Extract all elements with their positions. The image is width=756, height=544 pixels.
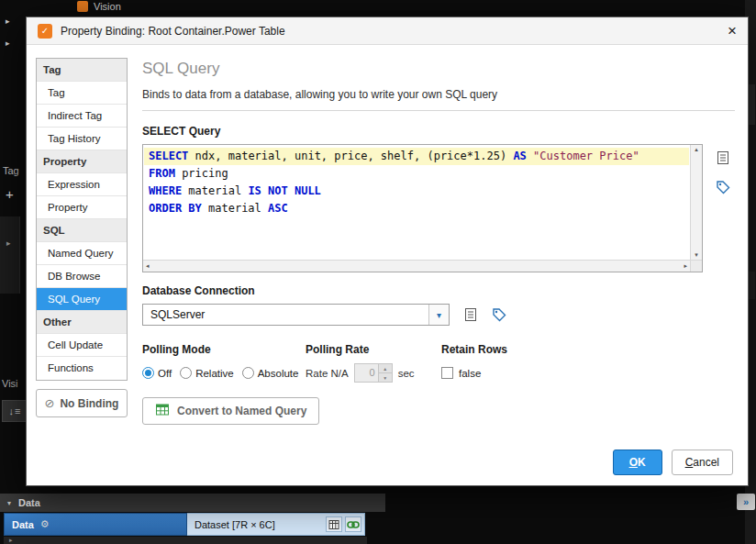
database-connection-row: SQLServer ▾ [142,304,735,326]
binding-item-tag-history[interactable]: Tag History [37,128,127,150]
polling-rate-controls: Rate N/A 0 ▲ ▼ sec [306,363,441,383]
background-vision-tab: Vision [77,0,121,12]
page-title: SQL Query [142,60,735,78]
sql-query-editor[interactable]: SELECT ndx, material, unit, price, shelf… [142,144,703,272]
no-binding-icon: ⊘ [45,396,55,410]
data-row-icons [326,516,364,532]
table-convert-icon [155,403,170,419]
tag-icon[interactable] [716,180,730,194]
polling-mode-relative-radio[interactable]: Relative [180,367,234,379]
sql-line-3: WHERE material IS NOT NULL [144,183,689,200]
database-connection-label: Database Connection [142,284,735,297]
cancel-button[interactable]: Cancel [672,450,733,475]
dialog-footer: OK Cancel [613,450,733,475]
vision-icon [77,1,88,12]
scroll-right-icon[interactable]: ▸ [684,262,687,270]
radio-label: Off [158,368,172,379]
binding-item-tag[interactable]: Tag [37,82,127,105]
sql-line-2: FROM pricing [144,165,689,183]
binding-item-sql-query-selected[interactable]: SQL Query [37,288,127,311]
data-section-title: Data [18,497,40,508]
dataset-table-icon [326,516,342,532]
spinner-up-icon[interactable]: ▲ [379,364,392,372]
convert-button-label: Convert to Named Query [177,405,306,417]
checkbox-icon[interactable] [441,367,453,379]
binding-section-property: Property [37,150,127,173]
polling-mode-label: Polling Mode [142,343,306,356]
expand-triangle-icon: ▸ [6,239,11,248]
data-section-header: ▾ Data [0,494,385,512]
tag-icon[interactable] [492,307,506,322]
radio-selected-icon [142,367,154,379]
ignition-logo-icon: ✓ [38,24,52,39]
sql-line-4: ORDER BY material ASC [144,200,689,217]
no-binding-button[interactable]: ⊘ No Binding [36,389,128,417]
sort-icon: ↓ ≡ [2,400,28,422]
polling-mode-radio-group: Off Relative Absolute [142,367,306,379]
arrow-down-icon: ↓ [9,405,15,416]
select-query-label: SELECT Query [142,125,735,138]
binding-type-list: Tag Tag Indirect Tag Tag History Propert… [36,58,128,381]
checkbox-label: false [459,368,481,379]
binding-item-named-query[interactable]: Named Query [37,242,127,265]
binding-link-icon [345,516,361,532]
convert-to-named-query-button[interactable]: Convert to Named Query [142,397,319,425]
spinner-buttons: ▲ ▼ [378,364,392,382]
dataset-value: Dataset [7R × 6C] [195,519,275,530]
polling-labels-row: Polling Mode Polling Rate Retain Rows [142,343,735,356]
polling-rate-label: Polling Rate [306,343,441,356]
background-panel-strip: ▸ [0,216,20,294]
radio-label: Relative [195,368,234,379]
chevrons-icon: » [737,494,755,510]
vertical-scrollbar[interactable]: ▴ ▾ [690,145,702,260]
scroll-down-icon[interactable]: ▾ [695,251,698,259]
polling-controls-row: Off Relative Absolute Rate N/A [142,363,735,383]
expand-triangle-icon: ▸ [6,39,10,48]
radio-icon [242,367,254,379]
sql-line-1: SELECT ndx, material, unit, price, shelf… [144,148,689,165]
rate-na-label: Rate N/A [306,368,349,379]
scroll-left-icon[interactable]: ◂ [146,262,150,270]
data-property-row: Data ⚙ Dataset [7R × 6C] [4,513,365,536]
binding-item-db-browse[interactable]: DB Browse [37,265,127,288]
rate-spinner[interactable]: 0 ▲ ▼ [354,363,393,383]
close-icon[interactable]: × [728,23,737,39]
background-vision-tab-partial: Visi [2,378,18,389]
data-property-name-cell: Data ⚙ [4,513,187,536]
spinner-down-icon[interactable]: ▼ [379,372,392,382]
retain-rows-controls: false [441,367,735,379]
data-property-label: Data [12,519,34,530]
data-next-row-partial: ▸ [4,537,367,544]
list-lines-icon: ≡ [15,405,20,416]
ok-button[interactable]: OK [613,450,662,475]
polling-mode-absolute-radio[interactable]: Absolute [242,367,299,379]
retain-rows-label: Retain Rows [441,343,735,356]
query-doc-icon[interactable] [716,150,730,165]
dialog-body: Tag Tag Indirect Tag Tag History Propert… [27,45,748,486]
dialog-titlebar[interactable]: ✓ Property Binding: Root Container.Power… [27,17,748,45]
binding-type-sidebar: Tag Tag Indirect Tag Tag History Propert… [36,58,128,475]
horizontal-scrollbar[interactable]: ◂ ▸ [143,260,690,272]
divider [142,110,735,111]
binding-section-tag: Tag [37,59,127,82]
dialog-title: Property Binding: Root Container.Power T… [61,25,285,38]
binding-item-functions[interactable]: Functions [37,357,127,380]
binding-item-expression[interactable]: Expression [37,173,127,196]
binding-section-other: Other [37,311,127,334]
retain-rows-checkbox-row[interactable]: false [441,367,735,379]
database-connection-value: SQLServer [143,308,428,321]
vision-tab-label: Vision [94,1,121,12]
connection-doc-icon[interactable] [463,307,478,322]
chevron-down-icon[interactable]: ▾ [428,305,449,325]
binding-item-cell-update[interactable]: Cell Update [37,334,127,357]
scroll-up-icon[interactable]: ▴ [695,146,698,153]
wrench-icon: ⚙ [40,518,50,530]
binding-item-property[interactable]: Property [37,196,127,219]
database-connection-select[interactable]: SQLServer ▾ [142,304,450,326]
binding-item-indirect-tag[interactable]: Indirect Tag [37,105,127,128]
background-tag-label: Tag [3,165,19,176]
sql-query-panel: SQL Query Binds to data from a database,… [142,58,735,475]
polling-mode-off-radio[interactable]: Off [142,367,172,379]
add-icon: + [6,186,14,202]
radio-icon [180,367,192,379]
